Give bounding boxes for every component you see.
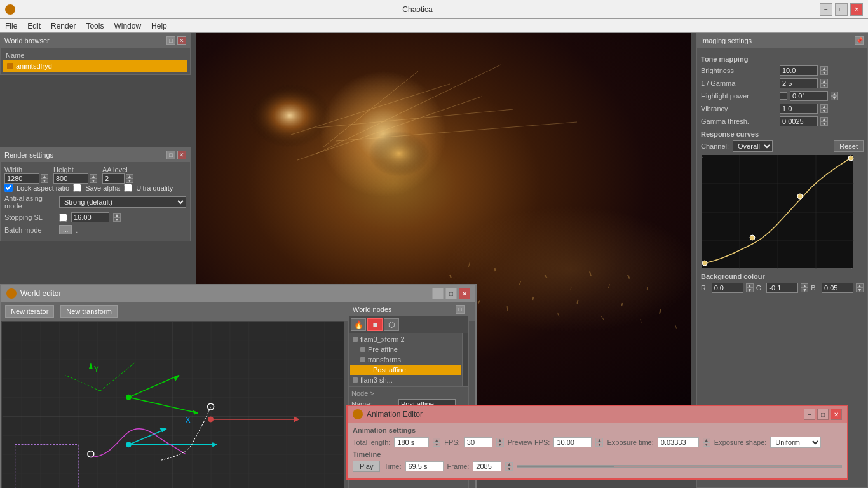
minimize-button[interactable]: − bbox=[820, 3, 832, 16]
width-up[interactable]: ▲ bbox=[41, 174, 48, 179]
preview-fps-up[interactable]: ▲ bbox=[595, 438, 603, 442]
vibrancy-up[interactable]: ▲ bbox=[820, 104, 828, 109]
aa-up[interactable]: ▲ bbox=[126, 174, 133, 179]
world-nodes-expand[interactable]: □ bbox=[456, 305, 465, 314]
world-browser-close[interactable]: ✕ bbox=[177, 36, 186, 45]
reset-curves-button[interactable]: Reset bbox=[834, 140, 864, 152]
r-up[interactable]: ▲ bbox=[746, 283, 754, 288]
highlight-power-checkbox[interactable] bbox=[780, 92, 787, 100]
wn-item-flam3-xform2[interactable]: flam3_xform 2 bbox=[350, 334, 461, 344]
stopping-sl-up[interactable]: ▲ bbox=[113, 213, 121, 217]
stopping-sl-input[interactable] bbox=[71, 212, 109, 222]
b-down[interactable]: ▼ bbox=[856, 288, 864, 292]
fps-up[interactable]: ▲ bbox=[496, 438, 504, 442]
world-editor-close[interactable]: ✕ bbox=[459, 288, 470, 299]
height-up[interactable]: ▲ bbox=[90, 174, 97, 179]
r-input[interactable] bbox=[712, 283, 743, 293]
brightness-up[interactable]: ▲ bbox=[820, 66, 828, 71]
preview-fps-input[interactable] bbox=[553, 437, 592, 447]
height-down[interactable]: ▼ bbox=[90, 179, 97, 183]
exposure-shape-select[interactable]: Uniform bbox=[770, 437, 821, 448]
highlight-power-down[interactable]: ▼ bbox=[831, 96, 838, 100]
imaging-settings-pin[interactable]: 📌 bbox=[855, 36, 864, 45]
b-input[interactable] bbox=[822, 283, 853, 293]
highlight-power-input[interactable] bbox=[790, 91, 828, 101]
gamma-up[interactable]: ▲ bbox=[820, 79, 828, 83]
gamma-input[interactable] bbox=[780, 78, 818, 88]
total-length-up[interactable]: ▲ bbox=[433, 438, 440, 442]
maximize-button[interactable]: □ bbox=[835, 3, 848, 16]
wn-item-post-affine[interactable]: Post affine bbox=[350, 365, 461, 375]
frame-down[interactable]: ▼ bbox=[505, 466, 513, 471]
total-length-input[interactable] bbox=[394, 437, 429, 447]
batch-mode-btn[interactable]: ... bbox=[59, 225, 72, 234]
menu-render[interactable]: Render bbox=[46, 20, 81, 32]
aa-down[interactable]: ▼ bbox=[126, 179, 133, 183]
wn-item-flam3-sh[interactable]: flam3 sh... bbox=[350, 375, 461, 385]
wn-scrollbar[interactable] bbox=[462, 333, 468, 386]
stopping-sl-down[interactable]: ▼ bbox=[113, 217, 121, 222]
gamma-thresh-input[interactable] bbox=[780, 116, 818, 126]
play-button[interactable]: Play bbox=[353, 461, 380, 472]
g-down[interactable]: ▼ bbox=[801, 288, 808, 292]
new-iterator-button[interactable]: New iterator bbox=[5, 305, 54, 318]
wn-cube-icon[interactable]: ⬡ bbox=[384, 318, 399, 331]
menu-help[interactable]: Help bbox=[146, 20, 172, 32]
world-editor-maximize[interactable]: □ bbox=[445, 288, 457, 299]
g-up[interactable]: ▲ bbox=[801, 283, 808, 288]
highlight-power-up[interactable]: ▲ bbox=[831, 92, 838, 96]
wn-palette-icon[interactable]: ■ bbox=[367, 318, 383, 331]
world-browser-selected-item[interactable]: animtsdfryd bbox=[3, 60, 187, 72]
animation-editor-maximize[interactable]: □ bbox=[817, 409, 829, 420]
vibrancy-down[interactable]: ▼ bbox=[820, 109, 828, 113]
preview-fps-down[interactable]: ▼ bbox=[595, 442, 603, 447]
total-length-down[interactable]: ▼ bbox=[433, 442, 440, 447]
close-button[interactable]: ✕ bbox=[850, 3, 863, 16]
wn-flame-icon[interactable]: 🔥 bbox=[351, 318, 366, 331]
editor-canvas[interactable]: Y X bbox=[1, 321, 344, 488]
response-curves-canvas[interactable] bbox=[701, 154, 853, 269]
width-down[interactable]: ▼ bbox=[41, 179, 48, 183]
render-settings-close[interactable]: ✕ bbox=[177, 151, 186, 159]
brightness-input[interactable] bbox=[780, 65, 818, 76]
anti-aliasing-select[interactable]: Strong (default) bbox=[59, 196, 186, 208]
wn-item-transforms[interactable]: transforms bbox=[350, 355, 461, 365]
vibrancy-input[interactable] bbox=[780, 104, 818, 114]
ultra-quality-checkbox[interactable] bbox=[124, 184, 132, 192]
aa-input[interactable] bbox=[102, 173, 125, 184]
frame-input[interactable] bbox=[473, 461, 501, 471]
new-transform-button[interactable]: New transform bbox=[60, 305, 118, 318]
world-browser-minimize[interactable]: □ bbox=[166, 36, 175, 45]
exposure-time-down[interactable]: ▼ bbox=[703, 442, 710, 447]
g-input[interactable] bbox=[766, 283, 798, 293]
animation-editor-minimize[interactable]: − bbox=[804, 409, 815, 420]
exposure-time-input[interactable] bbox=[658, 437, 699, 447]
animation-editor-close[interactable]: ✕ bbox=[831, 409, 842, 420]
width-input[interactable] bbox=[4, 173, 39, 184]
fps-input[interactable] bbox=[464, 437, 492, 447]
b-up[interactable]: ▲ bbox=[856, 283, 864, 288]
lock-aspect-checkbox[interactable] bbox=[4, 184, 13, 192]
height-input[interactable] bbox=[53, 173, 88, 184]
menu-tools[interactable]: Tools bbox=[81, 20, 109, 32]
save-alpha-checkbox[interactable] bbox=[73, 184, 81, 192]
fps-down[interactable]: ▼ bbox=[496, 442, 504, 447]
stopping-sl-checkbox[interactable] bbox=[59, 214, 67, 222]
exposure-time-up[interactable]: ▲ bbox=[703, 438, 710, 442]
gamma-thresh-up[interactable]: ▲ bbox=[820, 117, 828, 121]
brightness-down[interactable]: ▼ bbox=[820, 71, 828, 75]
time-input[interactable] bbox=[405, 461, 444, 471]
height-control: ▲ ▼ bbox=[53, 173, 97, 184]
render-settings-minimize[interactable]: □ bbox=[166, 151, 175, 159]
world-editor-minimize[interactable]: − bbox=[432, 288, 444, 299]
gamma-down[interactable]: ▼ bbox=[820, 83, 828, 88]
menu-window[interactable]: Window bbox=[109, 20, 146, 32]
frame-up[interactable]: ▲ bbox=[505, 462, 513, 466]
r-down[interactable]: ▼ bbox=[746, 288, 754, 292]
menu-file[interactable]: File bbox=[0, 20, 22, 32]
wn-item-pre-affine[interactable]: Pre affine bbox=[350, 344, 461, 355]
gamma-thresh-down[interactable]: ▼ bbox=[820, 121, 828, 126]
menu-edit[interactable]: Edit bbox=[22, 20, 46, 32]
channel-select[interactable]: Overall bbox=[733, 140, 773, 152]
timeline-bar[interactable] bbox=[517, 465, 842, 468]
